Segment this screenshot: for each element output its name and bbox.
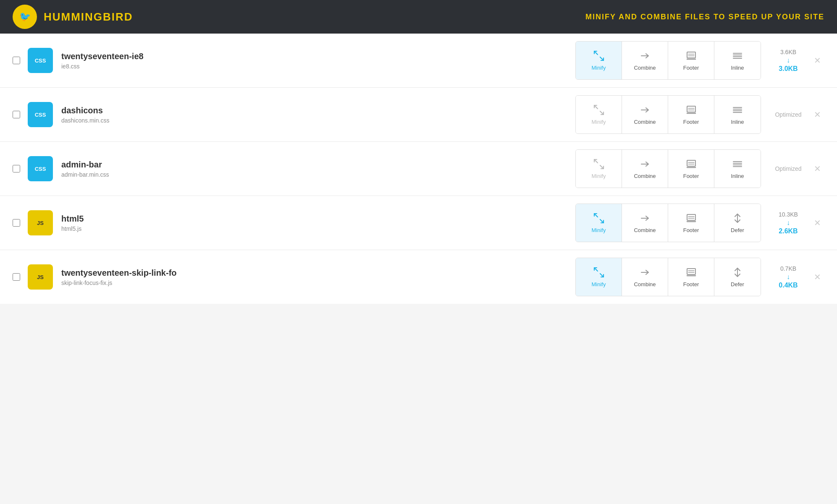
- svg-rect-54: [687, 214, 695, 220]
- file-info: admin-bar admin-bar.min.css: [61, 160, 567, 178]
- combine-button[interactable]: Combine: [622, 204, 668, 242]
- footer-button[interactable]: Footer: [668, 204, 714, 242]
- fourth-label: Inline: [731, 65, 744, 71]
- actions-group: Minify Combine Footer Defer: [575, 204, 761, 242]
- combine-button[interactable]: Combine: [622, 42, 668, 79]
- delete-button[interactable]: ✕: [811, 106, 824, 123]
- file-name: twentyseventeen-ie8: [61, 52, 567, 61]
- svg-line-50: [600, 219, 603, 223]
- minify-icon: [593, 213, 604, 224]
- row-checkbox[interactable]: [13, 273, 20, 281]
- table-row: CSS dashicons dashicons.min.css Minify C…: [0, 88, 837, 142]
- header-left: 🐦 HUMMINGBIRD: [13, 5, 133, 29]
- row-checkbox-area: [13, 219, 28, 227]
- file-type-badge: JS: [28, 210, 53, 235]
- app-title: HUMMINGBIRD: [44, 10, 133, 24]
- footer-button[interactable]: Footer: [668, 258, 714, 296]
- row-checkbox-area: [13, 165, 28, 172]
- footer-label: Footer: [683, 119, 699, 125]
- footer-icon: [686, 159, 697, 170]
- fourth-button[interactable]: Defer: [714, 204, 761, 242]
- footer-icon: [686, 267, 697, 278]
- combine-icon: [640, 213, 651, 224]
- minify-icon: [593, 104, 604, 115]
- combine-icon: [640, 267, 651, 278]
- svg-line-47: [594, 214, 598, 217]
- row-checkbox-area: [13, 273, 28, 281]
- minify-icon: [593, 267, 604, 278]
- delete-button[interactable]: ✕: [811, 269, 824, 285]
- fourth-icon: [732, 50, 743, 61]
- delete-button[interactable]: ✕: [811, 214, 824, 231]
- actions-group: Minify Combine Footer: [575, 95, 761, 134]
- svg-line-59: [594, 268, 598, 271]
- fourth-button[interactable]: Inline: [714, 96, 761, 133]
- combine-label: Combine: [634, 65, 656, 71]
- row-checkbox-area: [13, 111, 28, 118]
- fourth-button[interactable]: Defer: [714, 258, 761, 296]
- actions-group: Minify Combine Footer Defer: [575, 258, 761, 296]
- table-row: CSS admin-bar admin-bar.min.css Minify C…: [0, 142, 837, 196]
- fourth-label: Inline: [731, 173, 744, 179]
- svg-line-17: [594, 105, 598, 109]
- combine-icon: [640, 104, 651, 115]
- footer-button[interactable]: Footer: [668, 150, 714, 188]
- minify-button[interactable]: Minify: [576, 258, 622, 296]
- file-name: twentyseventeen-skip-link-fo: [61, 268, 567, 278]
- minify-icon: [593, 159, 604, 170]
- combine-label: Combine: [634, 173, 656, 179]
- combine-button[interactable]: Combine: [622, 96, 668, 133]
- fourth-button[interactable]: Inline: [714, 150, 761, 188]
- fourth-icon: [732, 159, 743, 170]
- file-type-badge: JS: [28, 264, 53, 290]
- header-tagline: MINIFY AND COMBINE FILES TO SPEED UP YOU…: [585, 13, 824, 21]
- minify-label: Minify: [592, 227, 606, 233]
- svg-line-35: [600, 165, 603, 169]
- file-filename: ie8.css: [61, 63, 567, 70]
- minify-label: Minify: [592, 281, 606, 287]
- svg-text:🐦: 🐦: [19, 11, 31, 22]
- file-name: admin-bar: [61, 160, 567, 170]
- file-name: dashicons: [61, 106, 567, 115]
- minify-button[interactable]: Minify: [576, 96, 622, 133]
- minify-label: Minify: [592, 119, 606, 125]
- svg-line-20: [600, 111, 603, 115]
- svg-rect-39: [687, 160, 695, 166]
- size-info: 0.7KB ↓ 0.4KB: [769, 265, 807, 289]
- row-checkbox-area: [13, 57, 28, 64]
- minify-button[interactable]: Minify: [576, 42, 622, 79]
- footer-icon: [686, 213, 697, 224]
- svg-rect-9: [687, 52, 695, 58]
- footer-label: Footer: [683, 173, 699, 179]
- size-info: 10.3KB ↓ 2.6KB: [769, 211, 807, 235]
- app-logo: 🐦: [13, 5, 37, 29]
- footer-button[interactable]: Footer: [668, 42, 714, 79]
- row-checkbox[interactable]: [13, 165, 20, 172]
- fourth-button[interactable]: Inline: [714, 42, 761, 79]
- svg-line-2: [594, 51, 598, 55]
- footer-icon: [686, 104, 697, 115]
- footer-label: Footer: [683, 281, 699, 287]
- combine-button[interactable]: Combine: [622, 258, 668, 296]
- combine-label: Combine: [634, 281, 656, 287]
- minify-button[interactable]: Minify: [576, 204, 622, 242]
- file-type-badge: CSS: [28, 156, 53, 181]
- minify-button[interactable]: Minify: [576, 150, 622, 188]
- row-checkbox[interactable]: [13, 111, 20, 118]
- file-info: twentyseventeen-ie8 ie8.css: [61, 52, 567, 70]
- delete-button[interactable]: ✕: [811, 52, 824, 69]
- combine-icon: [640, 50, 651, 61]
- row-checkbox[interactable]: [13, 57, 20, 64]
- combine-button[interactable]: Combine: [622, 150, 668, 188]
- fourth-icon: [732, 104, 743, 115]
- fourth-label: Defer: [731, 227, 744, 233]
- minify-icon: [593, 50, 604, 61]
- footer-button[interactable]: Footer: [668, 96, 714, 133]
- file-info: twentyseventeen-skip-link-fo skip-link-f…: [61, 268, 567, 286]
- fourth-label: Inline: [731, 119, 744, 125]
- row-checkbox[interactable]: [13, 219, 20, 227]
- file-type-badge: CSS: [28, 48, 53, 73]
- size-info: 3.6KB ↓ 3.0KB: [769, 48, 807, 73]
- delete-button[interactable]: ✕: [811, 160, 824, 177]
- file-list: CSS twentyseventeen-ie8 ie8.css Minify C…: [0, 34, 837, 304]
